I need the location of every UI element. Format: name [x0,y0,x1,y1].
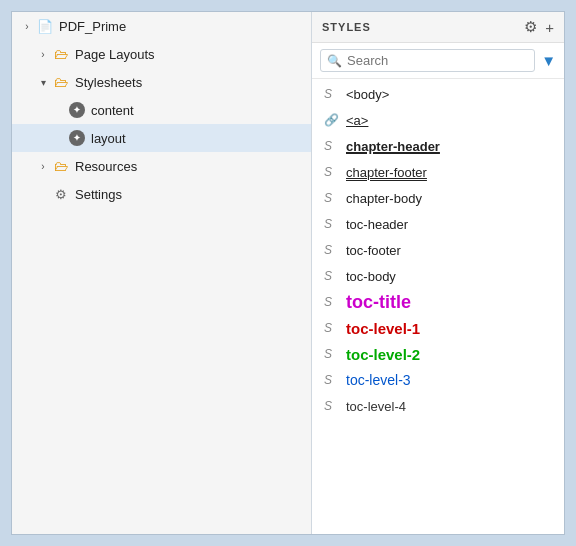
style-marker: S [324,191,338,205]
style-item-a[interactable]: 🔗 <a> [312,107,564,133]
tree-item-resources[interactable]: 🗁 Resources [12,152,311,180]
style-item-toc-level-3[interactable]: S toc-level-3 [312,367,564,393]
styles-title: STYLES [322,21,371,33]
folder-icon: 🗁 [52,45,70,63]
style-item-chapter-footer[interactable]: S chapter-footer [312,159,564,185]
style-name: toc-header [346,217,408,232]
style-marker: S [324,139,338,153]
tree-item-page-layouts[interactable]: 🗁 Page Layouts [12,40,311,68]
settings-icon: ⚙ [52,185,70,203]
chevron-icon [36,159,50,173]
chevron-icon [20,19,34,33]
style-item-toc-level-4[interactable]: S toc-level-4 [312,393,564,419]
search-bar: 🔍 ▼ [312,43,564,79]
folder-icon: 🗁 [52,157,70,175]
style-name: toc-level-3 [346,372,411,388]
file-icon: 📄 [36,17,54,35]
style-name: chapter-body [346,191,422,206]
chevron-icon [52,103,66,117]
style-item-body[interactable]: S <body> [312,81,564,107]
tree-label: Resources [75,159,137,174]
style-marker: S [324,399,338,413]
style-name: toc-body [346,269,396,284]
style-item-toc-header[interactable]: S toc-header [312,211,564,237]
style-item-toc-level-1[interactable]: S toc-level-1 [312,315,564,341]
style-item-chapter-header[interactable]: S chapter-header [312,133,564,159]
tree-label: PDF_Prime [59,19,126,34]
tree-label: content [91,103,134,118]
tree-label: Stylesheets [75,75,142,90]
style-marker: S [324,295,338,309]
style-item-chapter-body[interactable]: S chapter-body [312,185,564,211]
style-marker: S [324,165,338,179]
style-marker: S [324,87,338,101]
add-button[interactable]: + [545,19,554,36]
folder-icon: 🗁 [52,73,70,91]
styles-header: STYLES ⚙ + [312,12,564,43]
style-name: <a> [346,113,368,128]
style-name: <body> [346,87,389,102]
style-marker: S [324,321,338,335]
search-input[interactable] [347,53,528,68]
style-item-toc-title[interactable]: S toc-title [312,289,564,315]
left-panel: 📄 PDF_Prime 🗁 Page Layouts 🗁 Stylesheets… [12,12,312,534]
css-icon: ✦ [68,129,86,147]
style-item-toc-footer[interactable]: S toc-footer [312,237,564,263]
filter-icon[interactable]: ▼ [541,52,556,69]
style-item-toc-body[interactable]: S toc-body [312,263,564,289]
tree-label: layout [91,131,126,146]
chevron-icon [36,187,50,201]
style-name: toc-title [346,292,411,313]
tree-item-settings[interactable]: ⚙ Settings [12,180,311,208]
search-icon: 🔍 [327,54,342,68]
chevron-icon [36,47,50,61]
tree-item-layout[interactable]: ✦ layout [12,124,311,152]
style-marker: S [324,269,338,283]
tree-item-stylesheets[interactable]: 🗁 Stylesheets [12,68,311,96]
style-name: toc-level-1 [346,320,420,337]
style-name: toc-level-4 [346,399,406,414]
tree-label: Settings [75,187,122,202]
tree-label: Page Layouts [75,47,155,62]
style-marker: S [324,373,338,387]
style-marker: S [324,347,338,361]
style-item-toc-level-2[interactable]: S toc-level-2 [312,341,564,367]
style-name: chapter-header [346,139,440,154]
style-name: chapter-footer [346,165,427,180]
app-window: 📄 PDF_Prime 🗁 Page Layouts 🗁 Stylesheets… [11,11,565,535]
style-name: toc-level-2 [346,346,420,363]
style-marker: S [324,243,338,257]
chevron-icon [36,75,50,89]
css-icon: ✦ [68,101,86,119]
style-marker: S [324,217,338,231]
search-input-wrapper: 🔍 [320,49,535,72]
tree-item-pdf-prime[interactable]: 📄 PDF_Prime [12,12,311,40]
styles-list: S <body> 🔗 <a> S chapter-header S chapte… [312,79,564,534]
link-icon: 🔗 [324,113,338,127]
gear-button[interactable]: ⚙ [524,18,537,36]
style-name: toc-footer [346,243,401,258]
header-icons: ⚙ + [524,18,554,36]
tree-item-content[interactable]: ✦ content [12,96,311,124]
chevron-icon [52,131,66,145]
right-panel: STYLES ⚙ + 🔍 ▼ S <body> 🔗 <a> [312,12,564,534]
